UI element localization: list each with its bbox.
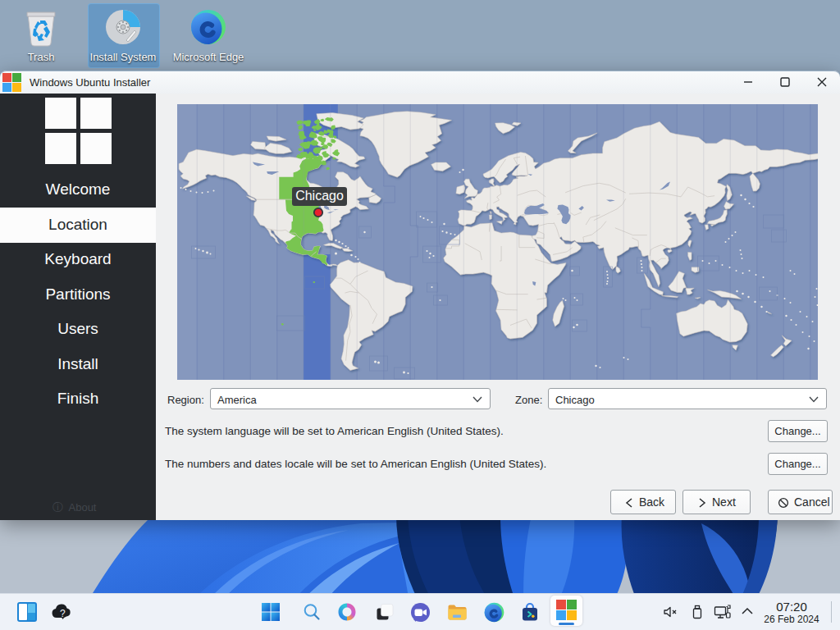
svg-text:?: ? — [60, 608, 66, 619]
